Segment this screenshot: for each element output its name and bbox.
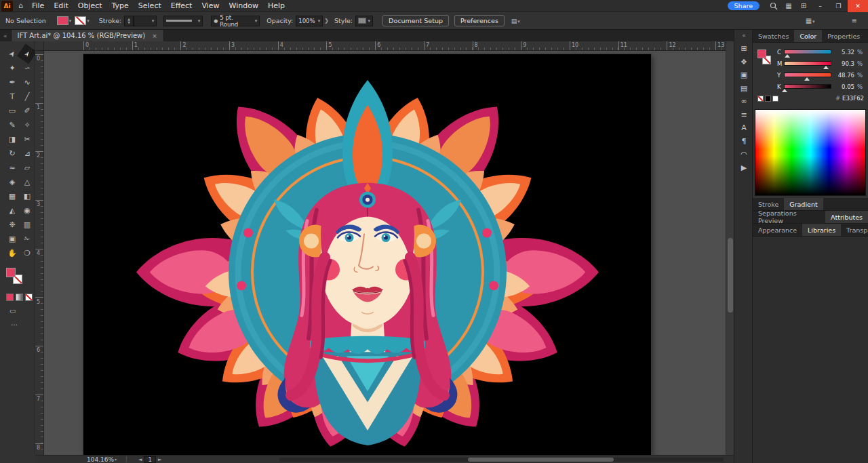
- gradient-button[interactable]: [16, 294, 23, 301]
- preferences-button[interactable]: Preferences: [454, 15, 505, 26]
- slice-tool[interactable]: ✁: [20, 232, 35, 246]
- tab-swatches[interactable]: Swatches: [753, 30, 794, 42]
- home-icon[interactable]: ⌂: [18, 1, 23, 10]
- fill-caret-icon[interactable]: ▾: [69, 18, 72, 24]
- white-swatch[interactable]: [772, 96, 778, 102]
- share-button[interactable]: Share: [728, 1, 760, 10]
- pasteboard[interactable]: [44, 51, 726, 455]
- shape-builder-tool[interactable]: ◈: [5, 175, 20, 189]
- column-graph-tool[interactable]: ▥: [20, 218, 35, 232]
- width-tool[interactable]: ≈: [5, 161, 20, 175]
- eraser-tool[interactable]: ◨: [5, 132, 20, 146]
- channel-slider-handle[interactable]: [785, 52, 790, 58]
- style-dropdown[interactable]: [355, 16, 373, 26]
- zoom-level-dropdown[interactable]: 104.16%▾: [87, 456, 117, 463]
- artboards-panel-icon[interactable]: ▣: [734, 68, 753, 82]
- tab-transparency[interactable]: Transparency: [841, 224, 868, 236]
- channel-slider-handle[interactable]: [782, 86, 787, 92]
- menu-help[interactable]: Help: [263, 0, 290, 12]
- vertical-ruler[interactable]: 012345678: [35, 51, 44, 455]
- artboard-number-field[interactable]: 1: [144, 456, 155, 463]
- panel-menu-icon[interactable]: ≡: [852, 17, 857, 24]
- color-guide-panel-icon[interactable]: ❖: [734, 56, 753, 69]
- tab-properties[interactable]: Properties: [822, 30, 865, 42]
- tab-attributes[interactable]: Attributes: [825, 211, 868, 223]
- variable-width-dropdown[interactable]: [163, 16, 203, 26]
- restore-button[interactable]: ❐: [829, 0, 848, 12]
- hex-value-field[interactable]: #E33F62: [835, 95, 864, 102]
- horizontal-scrollbar[interactable]: [279, 458, 724, 462]
- expand-panels-icon[interactable]: «: [734, 32, 753, 39]
- tab-libraries[interactable]: Libraries: [802, 224, 841, 236]
- channel-slider[interactable]: [784, 73, 831, 77]
- horizontal-scrollbar-thumb[interactable]: [468, 458, 614, 462]
- channel-value[interactable]: 0.05: [831, 83, 854, 90]
- vertical-scrollbar-thumb[interactable]: [728, 238, 733, 313]
- document-tab-close-icon[interactable]: ×: [152, 33, 157, 39]
- actions-panel-icon[interactable]: ▶: [734, 161, 753, 175]
- align-options-icon[interactable]: ▤▾: [511, 18, 520, 24]
- asset-export-panel-icon[interactable]: ▤: [734, 82, 753, 96]
- search-icon[interactable]: [766, 2, 781, 10]
- layout-icon[interactable]: ⊞: [796, 2, 811, 9]
- eyedropper-tool[interactable]: ◭: [5, 203, 20, 218]
- fill-color-swatch[interactable]: [57, 16, 68, 25]
- paintbrush-tool[interactable]: ✐: [20, 104, 35, 118]
- none-button[interactable]: [25, 294, 33, 301]
- apps-grid-icon[interactable]: ▦: [781, 2, 796, 9]
- line-segment-tool[interactable]: ╱: [20, 89, 35, 104]
- scale-tool[interactable]: ⊿: [20, 146, 35, 161]
- tab-separations-preview[interactable]: Separations Preview: [753, 211, 825, 223]
- menu-select[interactable]: Select: [134, 0, 166, 12]
- opacity-chevron-icon[interactable]: ❯: [324, 18, 329, 24]
- perspective-grid-tool[interactable]: △: [20, 175, 35, 189]
- artboard[interactable]: [83, 54, 651, 455]
- rectangle-tool[interactable]: ▭: [5, 104, 20, 118]
- vertical-scrollbar[interactable]: [726, 41, 734, 455]
- menu-object[interactable]: Object: [73, 0, 107, 12]
- ruler-corner[interactable]: [35, 41, 44, 51]
- channel-value[interactable]: 90.3: [831, 60, 854, 67]
- app-logo-icon[interactable]: Ai: [1, 1, 13, 12]
- tab-stroke[interactable]: Stroke: [753, 198, 784, 210]
- opacity-value[interactable]: 100%: [298, 18, 315, 24]
- tab-gradient[interactable]: Gradient: [784, 198, 823, 210]
- menu-edit[interactable]: Edit: [49, 0, 73, 12]
- channel-value[interactable]: 5.32: [831, 49, 854, 56]
- panel-fill-indicator[interactable]: [757, 49, 766, 58]
- tab-color[interactable]: Color: [794, 30, 822, 42]
- shaper-tool[interactable]: ✧: [20, 118, 35, 132]
- gradient-tool[interactable]: ◧: [20, 189, 35, 203]
- rotate-tool[interactable]: ↻: [5, 146, 20, 161]
- scissors-tool[interactable]: ✂: [20, 132, 35, 146]
- pen-tool[interactable]: ✒: [5, 75, 20, 89]
- artboard-tool[interactable]: ▣: [5, 232, 20, 246]
- stroke-weight-stepper[interactable]: ▲▼: [124, 16, 134, 26]
- channel-slider-handle[interactable]: [804, 75, 810, 81]
- zoom-tool[interactable]: ❍: [20, 246, 35, 260]
- paragraph-panel-icon[interactable]: ¶: [734, 135, 753, 148]
- artboard-next-icon[interactable]: ►: [156, 457, 163, 462]
- free-transform-tool[interactable]: ▱: [20, 161, 35, 175]
- type-tool[interactable]: T: [5, 89, 20, 104]
- menu-view[interactable]: View: [197, 0, 224, 12]
- stroke-weight-dropdown[interactable]: [134, 16, 157, 26]
- channel-slider[interactable]: [784, 49, 831, 54]
- color-button[interactable]: [6, 294, 14, 301]
- menu-file[interactable]: File: [27, 0, 49, 12]
- pencil-tool[interactable]: ✎: [5, 118, 20, 132]
- tab-scroll-left-icon[interactable]: «: [0, 33, 11, 39]
- color-spectrum[interactable]: [755, 109, 866, 196]
- fill-color-indicator[interactable]: [6, 268, 16, 277]
- curvature-tool[interactable]: ∿: [20, 75, 35, 89]
- stroke-caret-icon[interactable]: ▾: [87, 18, 90, 24]
- screen-mode-button[interactable]: ▭: [9, 307, 16, 315]
- opacity-dropdown[interactable]: 100%: [296, 16, 323, 26]
- close-button[interactable]: ✕: [848, 0, 868, 12]
- workspace-switcher-icon[interactable]: ▦▾: [806, 17, 815, 24]
- links-panel-icon[interactable]: ∞: [734, 95, 753, 108]
- edit-toolbar-button[interactable]: …: [11, 319, 18, 327]
- stroke-color-swatch[interactable]: [75, 16, 86, 25]
- mesh-tool[interactable]: ▦: [5, 189, 20, 203]
- minimize-button[interactable]: –: [811, 0, 829, 12]
